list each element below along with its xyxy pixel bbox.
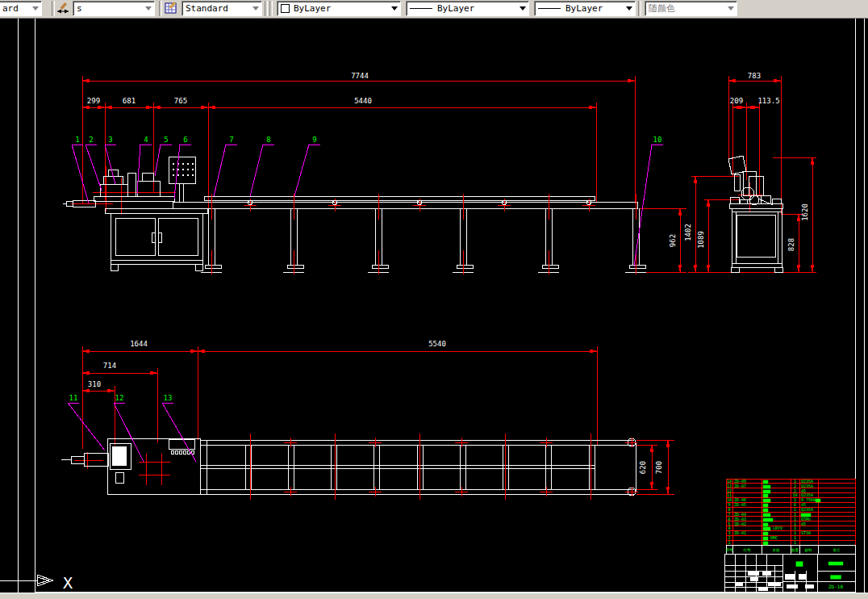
plotstyle-combo-value: 随颜色	[649, 2, 675, 15]
balloon-label: 4	[144, 136, 148, 144]
balloon-label: 6	[183, 136, 187, 144]
color-combo[interactable]: ByLayer	[277, 1, 401, 16]
bom-cell: ZD-05	[734, 502, 746, 507]
color-swatch	[281, 4, 290, 13]
chevron-down-icon[interactable]	[624, 3, 635, 14]
drawing-number-cell: ZD-10	[828, 584, 843, 589]
balloon-label: 5	[164, 136, 168, 144]
bom-cell: 45	[801, 522, 806, 526]
dim-text: 700	[655, 461, 663, 474]
dimstyle-combo[interactable]: s	[73, 1, 155, 16]
bom-header: 备注	[833, 548, 841, 552]
dim-text: 765	[174, 97, 187, 105]
dim-text: 714	[103, 362, 116, 370]
chevron-down-icon[interactable]	[250, 3, 261, 14]
styles-combo-value: ard	[2, 3, 19, 14]
toolbar-separator	[159, 1, 162, 16]
dim-text: 5440	[354, 97, 372, 105]
dim-text: 962	[669, 234, 677, 247]
dim-text: 1644	[130, 340, 148, 348]
linetype-sample	[410, 8, 432, 9]
chevron-down-icon[interactable]	[389, 3, 400, 14]
styles-combo[interactable]: ard	[0, 1, 42, 16]
bom-header: 数量	[791, 548, 799, 552]
color-combo-value: ByLayer	[294, 3, 331, 14]
toolbar: ard s Standard ByLayer ByLayer	[0, 0, 868, 19]
dim-text: 1620	[801, 203, 809, 221]
balloon-label: 13	[164, 394, 173, 402]
bom-cell: 1	[794, 540, 796, 545]
status-strip	[0, 593, 868, 599]
dim-text: 7744	[351, 72, 369, 80]
dim-text: 828	[787, 238, 795, 251]
linetype-combo-value: ByLayer	[437, 3, 474, 14]
toolbar-separator	[52, 1, 55, 16]
bom-header: 代号	[743, 548, 752, 552]
bom-cell: ZD-02	[734, 522, 746, 526]
balloon-label: 8	[266, 136, 270, 144]
bom-header: 名称	[773, 548, 781, 552]
balloon-label: 9	[312, 136, 316, 144]
drawing-title-cell: ▆▆▆▆	[829, 574, 841, 580]
dim-text: 5540	[428, 340, 446, 348]
toolbar-separator	[265, 1, 268, 16]
chevron-down-icon[interactable]	[517, 3, 528, 14]
chevron-down-icon[interactable]	[30, 3, 41, 14]
balloon-label: 1	[75, 136, 79, 144]
balloon-label: 3	[108, 136, 112, 144]
dim-text: 1402	[684, 224, 692, 241]
lineweight-combo[interactable]: ByLayer	[534, 1, 636, 16]
dimstyle-icon[interactable]	[56, 1, 72, 17]
dim-text: 113.5	[757, 97, 779, 105]
plotstyle-combo[interactable]: 随颜色	[645, 1, 737, 16]
dim-text: 620	[639, 461, 647, 474]
dim-text: 310	[88, 380, 101, 388]
dim-text: 209	[730, 97, 743, 105]
textstyle-combo-value: Standard	[186, 3, 228, 14]
lineweight-sample	[538, 8, 561, 9]
company-cell: ▆▆▆▆▆▆	[828, 560, 844, 566]
dimstyle-combo-value: s	[77, 3, 82, 14]
balloon-label: 7	[229, 136, 233, 144]
bom-cell: ZD-07	[734, 484, 746, 488]
textstyle-combo[interactable]: Standard	[182, 1, 262, 16]
balloon-label: 11	[69, 394, 78, 402]
toolbar-separator	[269, 1, 273, 16]
dim-text: 1089	[697, 231, 705, 249]
toolbar-separator	[638, 1, 641, 16]
dim-text: 681	[123, 97, 136, 105]
bom-cell: ZD-01	[734, 530, 746, 535]
drawing-name-cell: ▆▆	[795, 560, 803, 567]
balloon-label: 10	[653, 136, 662, 144]
chevron-down-icon[interactable]	[725, 3, 737, 14]
balloon-label: 2	[89, 136, 93, 144]
linetype-combo[interactable]: ByLayer	[406, 1, 529, 16]
dim-text: 783	[748, 72, 761, 80]
drawing-canvas[interactable]: X 7744 299 681 765 5440 962	[0, 0, 868, 599]
balloon-label: 12	[115, 394, 124, 402]
tablestyle-icon[interactable]	[164, 1, 180, 17]
ucs-x-label: X	[63, 573, 73, 593]
bom-header: 序号	[726, 548, 734, 552]
bom-cell: ▆▆	[762, 540, 769, 546]
chevron-down-icon[interactable]	[143, 3, 154, 14]
bom-cell: 1	[728, 540, 730, 545]
lineweight-combo-value: ByLayer	[565, 3, 603, 14]
bom-cell: ST30	[801, 530, 811, 535]
dim-text: 299	[87, 97, 100, 105]
